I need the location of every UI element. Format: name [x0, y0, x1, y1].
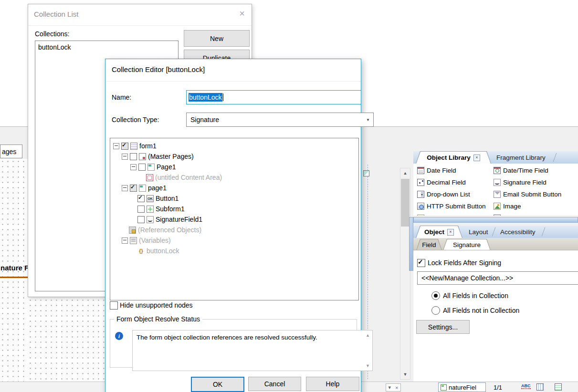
- settings-button[interactable]: Settings...: [416, 320, 470, 334]
- subform-icon: [147, 206, 154, 213]
- tab-accessibility[interactable]: Accessibility: [500, 226, 536, 238]
- master-pages-icon: [139, 153, 146, 160]
- document-tab[interactable]: natureFiel: [438, 382, 486, 392]
- canvas-field-caption: nature Fi: [0, 264, 31, 272]
- collapse-icon[interactable]: [122, 237, 128, 244]
- palette-item-clipped[interactable]: [417, 212, 494, 216]
- tree-item-master-pages[interactable]: (Master Pages): [110, 151, 358, 162]
- tree-item-content-area[interactable]: (untitled Content Area): [110, 172, 358, 183]
- close-palette-icon[interactable]: ×: [473, 155, 480, 161]
- subtab-signature[interactable]: Signature: [443, 239, 491, 250]
- data-grid-icon[interactable]: [555, 383, 562, 391]
- tree-item-signaturefield1[interactable]: SignatureField1: [110, 214, 358, 225]
- cancel-button[interactable]: Cancel: [248, 377, 301, 391]
- collapse-icon[interactable]: [113, 143, 119, 149]
- content-area-marker-icon: [363, 170, 369, 176]
- collapse-icon[interactable]: [130, 164, 137, 170]
- toolbar-close-icon[interactable]: ×: [395, 385, 398, 391]
- tree-item-referenced-objects[interactable]: (Referenced Objects): [110, 225, 358, 235]
- tree-checkbox[interactable]: [121, 143, 128, 150]
- close-palette-icon[interactable]: ×: [447, 229, 454, 236]
- collection-type-select[interactable]: Signature: [186, 113, 374, 127]
- tree-checkbox[interactable]: [138, 164, 146, 171]
- tree-item-subform1[interactable]: Subform1: [110, 204, 358, 214]
- referenced-objects-icon: [129, 227, 136, 234]
- title-separator: [105, 81, 361, 82]
- date-time-field-icon: [494, 167, 501, 174]
- hide-unsupported-label: Hide unsupported nodes: [120, 301, 193, 309]
- content-area-icon: [146, 174, 153, 181]
- document-tab-icon: [441, 384, 447, 391]
- palette-splitter[interactable]: [409, 217, 413, 271]
- canvas-vertical-scrollbar[interactable]: [400, 168, 410, 380]
- palette-item-http-submit-button[interactable]: HTTP Submit Button: [417, 200, 494, 212]
- list-item[interactable]: buttonLock: [35, 41, 178, 53]
- collapse-icon[interactable]: [122, 185, 128, 191]
- tree-item-form1[interactable]: form1: [110, 141, 358, 151]
- lock-fields-label: Lock Fields After Signing: [428, 259, 501, 267]
- all-fields-not-in-collection-radio[interactable]: [431, 306, 440, 315]
- collection-editor-dialog: Collection Editor [buttonLock] Name: but…: [105, 59, 361, 392]
- scrollbar-thumb[interactable]: [401, 179, 410, 227]
- tree-checkbox[interactable]: [130, 185, 137, 192]
- toolbar-control-box: ▾ ×: [386, 383, 401, 392]
- tree-checkbox[interactable]: [137, 206, 145, 213]
- tree-item-button1[interactable]: OK Button1: [110, 193, 358, 204]
- tree-item-page1[interactable]: Page1: [110, 162, 358, 172]
- tab-object-library[interactable]: Object Library ×: [416, 151, 491, 164]
- scroll-down-icon[interactable]: ▼: [366, 363, 370, 369]
- tree-checkbox[interactable]: [137, 195, 145, 202]
- groupbox-title: Form Object Resolve Status: [114, 315, 202, 323]
- pages-tab[interactable]: ages: [0, 144, 22, 158]
- tab-divider: [553, 153, 557, 162]
- collections-label: Collections:: [35, 30, 69, 38]
- tree-item-variables[interactable]: (Variables): [110, 235, 358, 246]
- tab-object[interactable]: Object ×: [416, 226, 462, 238]
- tab-fragment-library[interactable]: Fragment Library: [496, 151, 546, 164]
- variables-icon: [130, 237, 137, 244]
- new-button[interactable]: New: [184, 30, 250, 47]
- palette-item-email-submit-button[interactable]: Email Submit Button: [494, 188, 578, 200]
- ok-button[interactable]: OK: [191, 377, 244, 392]
- lock-fields-checkbox[interactable]: [417, 259, 425, 267]
- scroll-down-icon[interactable]: [400, 370, 410, 379]
- email-submit-button-icon: [494, 191, 501, 198]
- tree-checkbox[interactable]: [137, 216, 145, 223]
- palette-item-date-time-field[interactable]: Date/Time Field: [494, 165, 578, 176]
- scroll-up-icon[interactable]: ▲: [366, 332, 370, 338]
- close-icon[interactable]: ×: [239, 8, 245, 19]
- collapse-icon[interactable]: [122, 154, 128, 160]
- name-input[interactable]: buttonLock: [186, 90, 361, 104]
- collection-select[interactable]: <<New/Manage Collection...>>: [417, 271, 578, 285]
- spellcheck-icon[interactable]: ABC: [521, 383, 531, 389]
- palette-item-date-field[interactable]: Date Field: [417, 165, 494, 176]
- tree-checkbox[interactable]: [130, 153, 137, 160]
- palette-item-drop-down-list[interactable]: Drop-down List: [417, 188, 494, 200]
- scroll-up-icon[interactable]: [400, 168, 410, 178]
- info-icon: i: [115, 332, 123, 340]
- form-object-tree: form1 (Master Pages) Page1 (untitled Con…: [110, 138, 359, 300]
- http-submit-button-icon: [417, 203, 424, 210]
- palette-item-signature-field[interactable]: Signature Field: [494, 176, 578, 188]
- tree-item-page1-body[interactable]: page1: [110, 183, 358, 193]
- subtab-field[interactable]: Field: [416, 239, 442, 250]
- page-icon: [139, 185, 146, 192]
- tab-layout[interactable]: Layout: [469, 226, 488, 238]
- table-icon[interactable]: [536, 383, 544, 391]
- page-indicator: 1/1: [494, 384, 502, 391]
- variable-braces-icon: {}: [137, 248, 145, 255]
- help-button[interactable]: Help: [306, 377, 359, 391]
- all-fields-in-collection-radio[interactable]: [431, 291, 440, 300]
- palette-item-image[interactable]: Image: [494, 200, 578, 212]
- palette-item-clipped[interactable]: [494, 212, 578, 216]
- tree-item-buttonlock-variable[interactable]: {} buttonLock: [110, 246, 358, 256]
- hide-unsupported-checkbox[interactable]: [110, 301, 118, 309]
- dialog-titlebar[interactable]: Collection List ×: [28, 4, 252, 26]
- palette-separator-bar[interactable]: [413, 217, 578, 223]
- palette-item-decimal-field[interactable]: Decimal Field: [417, 176, 494, 188]
- toolbar-dropdown-icon[interactable]: ▾: [389, 384, 391, 391]
- object-subtab-row: Field Signature: [413, 238, 578, 250]
- form-icon: [130, 143, 137, 150]
- image-icon: [494, 203, 501, 210]
- signature-field-icon: [147, 216, 154, 223]
